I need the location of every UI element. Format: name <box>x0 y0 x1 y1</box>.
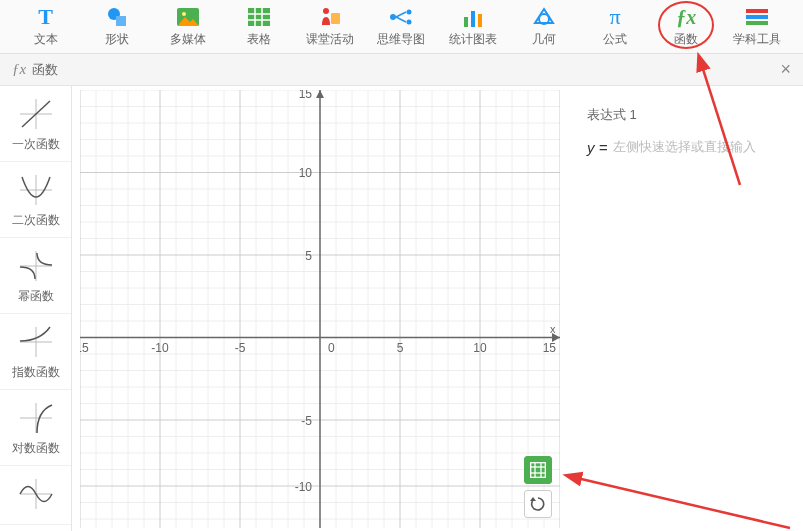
svg-point-12 <box>407 10 412 15</box>
sidebar-item-power[interactable]: 幂函数 <box>0 238 71 314</box>
table-icon <box>248 5 270 29</box>
svg-text:5: 5 <box>397 341 404 355</box>
function-sidebar: 一次函数 二次函数 幂函数 指数函数 对数函数 <box>0 86 72 531</box>
tool-shapes[interactable]: 形状 <box>84 1 149 52</box>
svg-point-3 <box>182 12 186 16</box>
panel-title-text: 函数 <box>32 61 58 79</box>
sidebar-item-quadratic[interactable]: 二次函数 <box>0 162 71 238</box>
linear-icon <box>16 96 56 132</box>
svg-rect-114 <box>531 463 546 478</box>
svg-line-14 <box>396 12 406 17</box>
tool-label: 表格 <box>247 31 271 48</box>
power-icon <box>16 248 56 284</box>
tool-label: 函数 <box>674 31 698 48</box>
tool-label: 多媒体 <box>170 31 206 48</box>
svg-text:10: 10 <box>473 341 487 355</box>
svg-text:-10: -10 <box>295 480 313 494</box>
tool-formula[interactable]: π 公式 <box>582 1 647 52</box>
svg-rect-17 <box>471 11 475 27</box>
sidebar-item-label: 对数函数 <box>12 440 60 457</box>
sidebar-item-logarithm[interactable]: 对数函数 <box>0 390 71 466</box>
svg-point-11 <box>390 14 396 20</box>
tool-label: 公式 <box>603 31 627 48</box>
close-button[interactable]: × <box>780 59 791 80</box>
expression-title: 表达式 1 <box>587 106 789 124</box>
svg-point-13 <box>407 20 412 25</box>
svg-text:-5: -5 <box>301 414 312 428</box>
svg-marker-115 <box>530 497 536 501</box>
svg-text:-5: -5 <box>235 341 246 355</box>
tool-geometry[interactable]: 几何 <box>511 1 576 52</box>
svg-text:0: 0 <box>328 341 335 355</box>
tool-label: 统计图表 <box>449 31 497 48</box>
mindmap-icon <box>389 5 413 29</box>
tool-label: 几何 <box>532 31 556 48</box>
svg-text:x: x <box>550 323 556 335</box>
sidebar-item-label: 二次函数 <box>12 212 60 229</box>
fx-icon: ƒx <box>676 5 696 29</box>
svg-rect-4 <box>248 8 270 26</box>
plot-area[interactable]: -15 -10 -5 0 5 10 15 15 10 5 -5 -10 x <box>72 86 573 531</box>
svg-rect-22 <box>746 21 768 25</box>
svg-text:15: 15 <box>299 90 313 101</box>
sidebar-item-label: 指数函数 <box>12 364 60 381</box>
svg-text:-10: -10 <box>151 341 169 355</box>
panel-header: ƒx 函数 × <box>0 54 803 86</box>
expression-panel: 表达式 1 y = 左侧快速选择或直接输入 <box>573 86 803 531</box>
sidebar-item-trig[interactable] <box>0 466 71 525</box>
panel-body: 一次函数 二次函数 幂函数 指数函数 对数函数 <box>0 86 803 531</box>
tool-label: 文本 <box>34 31 58 48</box>
text-icon: T <box>38 5 53 29</box>
sidebar-item-linear[interactable]: 一次函数 <box>0 86 71 162</box>
image-icon <box>177 5 199 29</box>
sidebar-item-exponential[interactable]: 指数函数 <box>0 314 71 390</box>
svg-line-15 <box>396 17 406 22</box>
svg-text:15: 15 <box>543 341 557 355</box>
svg-text:10: 10 <box>299 166 313 180</box>
fx-icon: ƒx <box>12 61 26 78</box>
sidebar-item-label: 幂函数 <box>18 288 54 305</box>
top-toolbar: T 文本 形状 多媒体 表格 课堂活动 思维导图 统计图表 <box>0 0 803 54</box>
svg-rect-109 <box>530 462 546 478</box>
sidebar-item-label: 一次函数 <box>12 136 60 153</box>
pi-icon: π <box>609 5 620 29</box>
tool-label: 学科工具 <box>733 31 781 48</box>
plot-controls <box>524 456 552 518</box>
tool-mindmap[interactable]: 思维导图 <box>369 1 434 52</box>
exponential-icon <box>16 324 56 360</box>
coordinate-plane[interactable]: -15 -10 -5 0 5 10 15 15 10 5 -5 -10 x <box>80 90 560 528</box>
svg-rect-21 <box>746 15 768 19</box>
panel-title: ƒx 函数 <box>12 61 58 79</box>
svg-rect-18 <box>478 14 482 27</box>
svg-rect-1 <box>116 16 126 26</box>
quadratic-icon <box>16 172 56 208</box>
logarithm-icon <box>16 400 56 436</box>
tool-label: 课堂活动 <box>306 31 354 48</box>
chart-icon <box>463 5 483 29</box>
tool-function[interactable]: ƒx 函数 <box>654 1 719 52</box>
svg-marker-95 <box>316 90 324 98</box>
geometry-icon <box>533 5 555 29</box>
svg-rect-16 <box>464 17 468 27</box>
expression-prefix: y = <box>587 139 607 156</box>
refresh-button[interactable] <box>524 490 552 518</box>
grid-button[interactable] <box>524 456 552 484</box>
svg-rect-20 <box>746 9 768 13</box>
tool-activity[interactable]: 课堂活动 <box>298 1 363 52</box>
tool-subject[interactable]: 学科工具 <box>725 1 790 52</box>
tool-label: 思维导图 <box>377 31 425 48</box>
shapes-icon <box>106 5 128 29</box>
expression-input-row[interactable]: y = 左侧快速选择或直接输入 <box>587 138 789 156</box>
svg-rect-10 <box>331 13 340 24</box>
books-icon <box>746 5 768 29</box>
expression-input[interactable]: 左侧快速选择或直接输入 <box>613 138 756 156</box>
trig-icon <box>16 476 56 512</box>
tool-label: 形状 <box>105 31 129 48</box>
tool-table[interactable]: 表格 <box>227 1 292 52</box>
tool-media[interactable]: 多媒体 <box>155 1 220 52</box>
tool-chart[interactable]: 统计图表 <box>440 1 505 52</box>
tool-text[interactable]: T 文本 <box>13 1 78 52</box>
activity-icon <box>319 5 341 29</box>
svg-text:-15: -15 <box>80 341 89 355</box>
svg-text:5: 5 <box>305 249 312 263</box>
